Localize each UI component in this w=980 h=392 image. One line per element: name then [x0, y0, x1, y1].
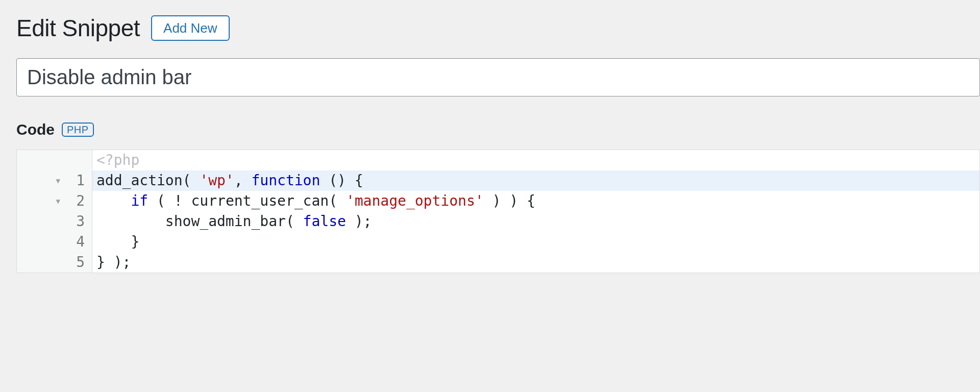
code-token: ( — [329, 191, 346, 211]
gutter-row-placeholder — [17, 150, 92, 170]
gutter-row: ▼1 — [17, 170, 92, 191]
code-editor[interactable]: ▼1▼2345 <?phpadd_action( 'wp', function … — [16, 150, 980, 273]
fold-toggle-icon[interactable]: ▼ — [56, 176, 60, 186]
code-token: function — [251, 170, 320, 191]
page-wrap: Edit Snippet Add New Code PHP ▼1▼2345 <?… — [0, 0, 980, 273]
code-line[interactable]: show_admin_bar( false ); — [92, 211, 979, 232]
code-line[interactable]: } — [92, 232, 979, 252]
code-section-header: Code PHP — [16, 121, 980, 138]
code-line[interactable]: } ); — [92, 252, 979, 273]
page-header: Edit Snippet Add New — [16, 14, 980, 42]
line-number: 4 — [75, 232, 85, 252]
code-token: ( ! — [148, 191, 191, 211]
code-token: 'manage_options' — [346, 191, 484, 211]
fold-toggle-icon[interactable]: ▼ — [56, 197, 60, 207]
code-token: false — [303, 211, 346, 232]
code-token: ( — [183, 170, 200, 191]
code-token — [96, 191, 131, 211]
code-token: ); — [346, 211, 372, 232]
code-token: ) ) { — [484, 191, 535, 211]
code-token: ( — [286, 211, 303, 232]
code-token: show_admin_bar — [165, 211, 286, 232]
code-token: } ); — [96, 252, 131, 273]
gutter-row: 5 — [17, 252, 92, 273]
code-token: add_action — [96, 170, 183, 191]
line-number: 5 — [75, 252, 85, 273]
gutter-row: 3 — [17, 211, 92, 232]
language-badge: PHP — [62, 122, 94, 137]
code-token: 'wp' — [200, 170, 234, 191]
line-number: 2 — [75, 191, 85, 211]
gutter-row: 4 — [17, 232, 92, 252]
code-token: } — [96, 232, 139, 252]
add-new-button[interactable]: Add New — [151, 15, 230, 41]
editor-gutter: ▼1▼2345 — [17, 150, 92, 273]
line-number: 3 — [75, 211, 85, 232]
code-token: if — [131, 191, 148, 211]
editor-placeholder-line: <?php — [92, 150, 979, 170]
snippet-title-input[interactable] — [16, 58, 980, 96]
code-token: () { — [320, 170, 363, 191]
gutter-row: ▼2 — [17, 191, 92, 211]
code-token — [96, 211, 165, 232]
code-token: current_user_can — [191, 191, 329, 211]
code-line[interactable]: add_action( 'wp', function () { — [92, 170, 979, 191]
line-number: 1 — [75, 170, 85, 191]
code-token: , — [234, 170, 252, 191]
code-line[interactable]: if ( ! current_user_can( 'manage_options… — [92, 191, 979, 211]
editor-code-area[interactable]: <?phpadd_action( 'wp', function () { if … — [92, 150, 979, 273]
code-heading: Code — [16, 121, 55, 138]
page-title: Edit Snippet — [16, 14, 140, 42]
